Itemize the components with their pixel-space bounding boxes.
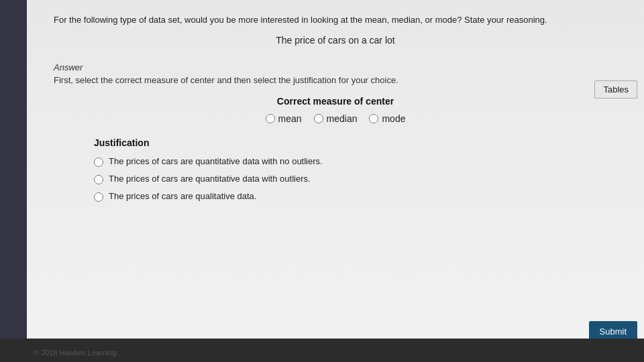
answer-label: Answer <box>54 62 617 72</box>
instruction-text: First, select the correct measure of cen… <box>54 75 617 85</box>
justification-title: Justification <box>94 137 617 148</box>
justification-with-outliers-input[interactable] <box>94 175 103 184</box>
measure-center-section: Correct measure of center mean median mo… <box>54 96 617 124</box>
left-panel <box>0 0 28 362</box>
justification-no-outliers[interactable]: The prices of cars are quantitative data… <box>94 156 617 167</box>
justification-no-outliers-input[interactable] <box>94 158 103 167</box>
sub-question: The price of cars on a car lot <box>54 35 617 46</box>
answer-section: Answer First, select the correct measure… <box>27 59 644 215</box>
justification-section: Justification The prices of cars are qua… <box>54 137 617 202</box>
justification-qualitative-input[interactable] <box>94 192 103 202</box>
justification-no-outliers-label: The prices of cars are quantitative data… <box>109 156 323 166</box>
radio-mean[interactable]: mean <box>266 113 302 124</box>
radio-median-label: median <box>327 113 358 124</box>
measure-radio-group: mean median mode <box>54 113 617 124</box>
radio-median[interactable]: median <box>314 113 358 124</box>
radio-mode-label: mode <box>382 113 405 124</box>
justification-with-outliers[interactable]: The prices of cars are quantitative data… <box>94 174 617 184</box>
radio-mode[interactable]: mode <box>369 113 405 124</box>
main-content: For the following type of data set, woul… <box>27 0 644 362</box>
radio-mean-label: mean <box>278 113 302 124</box>
justification-qualitative-label: The prices of cars are qualitative data. <box>109 191 256 201</box>
copyright-text: © 2018 Hawkes Learning <box>34 349 117 357</box>
bottom-bar: © 2018 Hawkes Learning <box>0 339 644 362</box>
question-area: For the following type of data set, woul… <box>27 0 644 59</box>
justification-qualitative[interactable]: The prices of cars are qualitative data. <box>94 191 617 202</box>
measure-center-title: Correct measure of center <box>54 96 617 107</box>
tables-button[interactable]: Tables <box>594 80 637 99</box>
radio-mode-input[interactable] <box>369 114 378 123</box>
radio-mean-input[interactable] <box>266 114 275 123</box>
radio-median-input[interactable] <box>314 114 323 123</box>
question-text: For the following type of data set, woul… <box>54 13 617 27</box>
justification-with-outliers-label: The prices of cars are quantitative data… <box>109 174 311 184</box>
